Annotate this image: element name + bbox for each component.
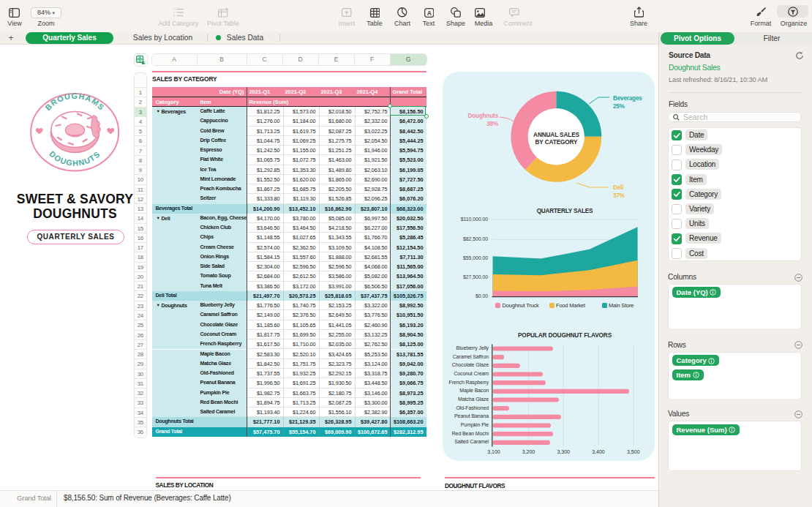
svg-text:A: A xyxy=(426,9,431,16)
